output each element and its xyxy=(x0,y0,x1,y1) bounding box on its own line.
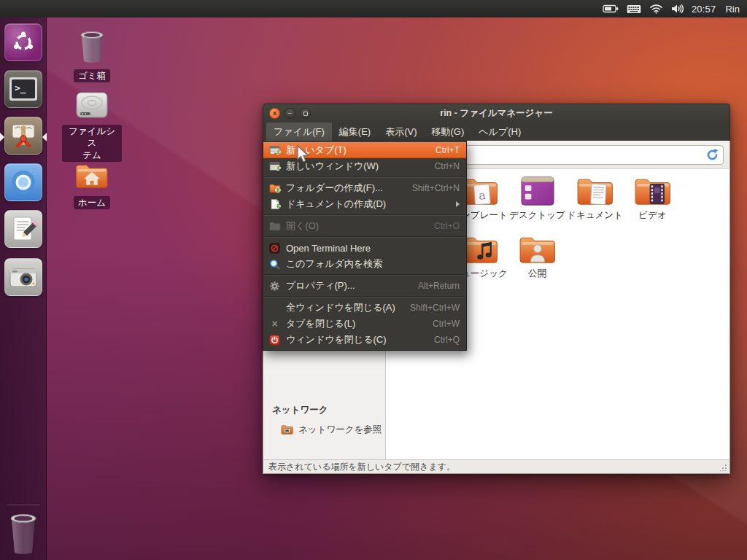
sidebar-item-label: ネットワークを参照 xyxy=(298,424,382,436)
desktop-icon-home[interactable]: ホーム xyxy=(62,160,122,209)
file-grid: a テンプレート デスクトップ xyxy=(451,172,683,289)
text-editor-launcher-item[interactable] xyxy=(4,210,42,248)
launcher-focus-arrow-right xyxy=(42,133,47,141)
window-menubar: ファイル(F) 編集(E) 表示(V) 移動(G) ヘルプ(H) xyxy=(263,122,730,141)
menubar-file[interactable]: ファイル(F) xyxy=(266,122,332,141)
menu-separator xyxy=(264,176,465,178)
launcher-focus-arrow-left xyxy=(0,133,4,141)
terminal-icon xyxy=(268,243,281,254)
menu-separator xyxy=(264,274,465,276)
desktop-icon-glyph xyxy=(519,175,556,207)
svg-text:>_: >_ xyxy=(15,82,26,94)
open-folder-icon xyxy=(268,221,281,232)
menubar-edit[interactable]: 編集(E) xyxy=(332,122,378,141)
desktop-icon-label: ホーム xyxy=(74,196,110,209)
svg-text:a: a xyxy=(478,188,486,203)
session-indicator[interactable]: Rin xyxy=(725,4,740,15)
wifi-icon[interactable] xyxy=(649,4,663,14)
menu-item-close-tab[interactable]: × タブを閉じる(L) Ctrl+W xyxy=(263,316,466,332)
home-folder-icon xyxy=(74,160,109,191)
launcher-separator xyxy=(7,505,39,505)
desktop-icon-label: ゴミ箱 xyxy=(74,69,110,82)
archive-manager-icon xyxy=(9,122,38,149)
videos-folder-icon xyxy=(633,175,673,207)
menu-item-new-window[interactable]: 新しいウィンドウ(W) Ctrl+N xyxy=(263,158,466,174)
ubuntu-logo-icon xyxy=(11,30,36,55)
mouse-cursor xyxy=(296,145,310,167)
desktop-icon-trash[interactable]: ゴミ箱 xyxy=(62,28,122,82)
power-icon xyxy=(268,335,281,346)
clock[interactable]: 20:57 xyxy=(692,4,716,15)
menu-item-properties[interactable]: プロパティ(P)... Alt+Return xyxy=(263,278,466,294)
menubar-help[interactable]: ヘルプ(H) xyxy=(471,122,528,141)
window-titlebar[interactable]: rin - ファイルマネージャー × − xyxy=(263,104,730,122)
resize-grip[interactable] xyxy=(720,464,727,471)
close-tab-icon: × xyxy=(268,319,281,329)
network-folder-icon xyxy=(281,424,293,435)
desktop-icon-label: ファイルシステム xyxy=(62,125,122,162)
camera-launcher-item[interactable] xyxy=(4,258,42,296)
window-statusbar: 表示されている場所を新しいタブで開きます。 xyxy=(263,459,730,474)
new-document-icon xyxy=(268,198,281,210)
menu-item-open-terminal[interactable]: Open Terminal Here xyxy=(263,240,466,256)
menu-item-close-all-windows[interactable]: 全ウィンドウを閉じる(A) Shift+Ctrl+W xyxy=(263,300,466,316)
public-folder-icon xyxy=(518,233,557,265)
file-item-label: デスクトップ xyxy=(509,209,565,222)
menu-item-create-folder[interactable]: フォルダーの作成(F)... Shift+Ctrl+N xyxy=(263,180,466,196)
keyboard-icon[interactable] xyxy=(627,4,641,14)
hard-disk-icon xyxy=(75,90,109,120)
new-window-icon xyxy=(268,161,281,172)
reload-icon[interactable] xyxy=(705,148,719,162)
archive-manager-launcher-item[interactable] xyxy=(4,117,42,155)
menu-separator xyxy=(264,214,465,216)
chromium-launcher-item[interactable] xyxy=(4,163,42,201)
menu-item-new-tab[interactable]: 新しいタブ(T) Ctrl+T xyxy=(263,142,466,158)
search-icon xyxy=(268,259,281,270)
file-item-label: 公開 xyxy=(528,268,546,280)
submenu-arrow-icon xyxy=(456,201,460,207)
new-tab-icon xyxy=(268,145,281,156)
documents-folder-icon xyxy=(576,175,615,207)
trash-icon xyxy=(6,510,41,556)
volume-icon[interactable] xyxy=(671,4,684,14)
terminal-launcher-item[interactable]: >_ xyxy=(4,70,42,108)
trash-icon xyxy=(77,28,107,64)
menu-item-create-document[interactable]: ドキュメントの作成(D) xyxy=(263,196,466,212)
ubuntu-dash-button[interactable] xyxy=(4,23,42,61)
desktop-icon-filesystem[interactable]: ファイルシステム xyxy=(62,90,122,162)
menu-item-open[interactable]: 開く(O) Ctrl+O xyxy=(263,218,466,234)
chromium-icon xyxy=(9,168,37,196)
text-editor-icon xyxy=(9,215,37,243)
status-text: 表示されている場所を新しいタブで開きます。 xyxy=(268,461,455,473)
top-panel: 20:57 Rin xyxy=(0,0,747,18)
file-menu-dropdown: 新しいタブ(T) Ctrl+T 新しいウィンドウ(W) Ctrl+N フォルダー… xyxy=(263,141,467,351)
unity-launcher: >_ xyxy=(0,18,47,560)
menu-separator xyxy=(264,296,465,298)
battery-icon[interactable] xyxy=(603,4,619,13)
menubar-view[interactable]: 表示(V) xyxy=(378,122,424,141)
file-item-label: ビデオ xyxy=(638,209,666,222)
gear-icon xyxy=(268,281,281,292)
camera-icon xyxy=(9,265,38,289)
new-folder-icon xyxy=(268,183,281,194)
terminal-icon: >_ xyxy=(9,77,38,101)
file-item-documents[interactable]: ドキュメント xyxy=(566,172,624,230)
file-item-public[interactable]: 公開 xyxy=(508,230,566,289)
menu-separator xyxy=(264,236,465,238)
file-item-desktop[interactable]: デスクトップ xyxy=(508,172,566,230)
file-item-label: ドキュメント xyxy=(567,209,623,222)
window-title: rin - ファイルマネージャー xyxy=(263,107,729,120)
menubar-go[interactable]: 移動(G) xyxy=(425,122,472,141)
file-item-videos[interactable]: ビデオ xyxy=(624,172,681,230)
menu-item-search-folder[interactable]: このフォルダ内を検索 xyxy=(263,256,466,272)
trash-launcher-item[interactable] xyxy=(6,510,41,559)
menu-item-close-window[interactable]: ウィンドウを閉じる(C) Ctrl+Q xyxy=(263,332,466,348)
sidebar-network-header: ネットワーク xyxy=(263,404,385,416)
sidebar-item-browse-network[interactable]: ネットワークを参照 xyxy=(263,424,385,436)
